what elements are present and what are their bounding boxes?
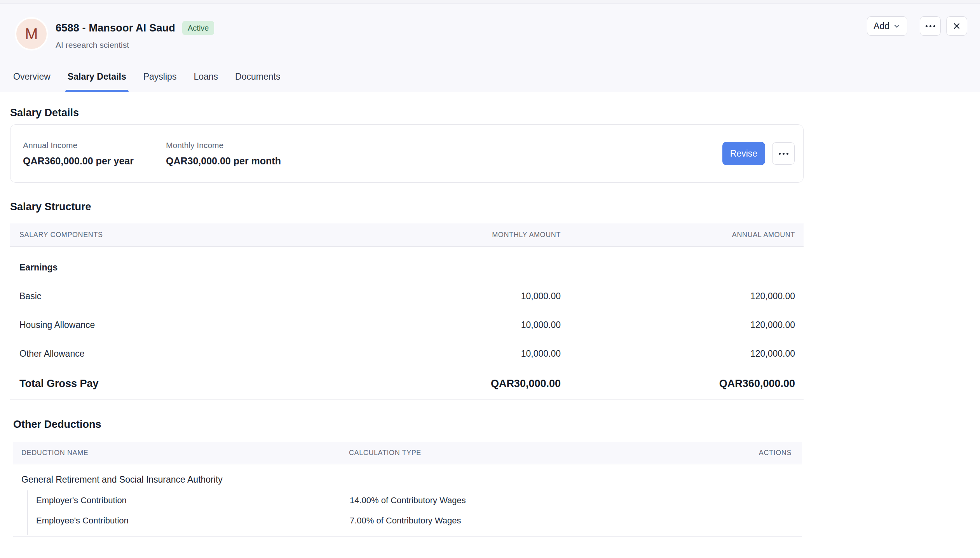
close-button[interactable] (946, 16, 967, 36)
income-more-button[interactable] (772, 142, 795, 165)
annual-income: Annual Income QAR360,000.00 per year (23, 140, 166, 167)
salary-structure-heading: Salary Structure (10, 201, 980, 213)
deduction-calculation: 14.00% of Contributory Wages (350, 495, 802, 506)
revise-button[interactable]: Revise (722, 142, 765, 165)
salary-structure-header-row: Salary Components Monthly Amount Annual … (10, 223, 804, 247)
total-annual: QAR360,000.00 (561, 378, 795, 390)
deduction-calculation: 7.00% of Contributory Wages (350, 515, 802, 526)
component-monthly: 10,000.00 (328, 349, 561, 359)
table-row: Other Allowance 10,000.00 120,000.00 (10, 339, 804, 368)
total-label: Total Gross Pay (19, 378, 328, 390)
total-monthly: QAR30,000.00 (328, 378, 561, 390)
page-title: 6588 - Mansoor Al Saud (56, 21, 175, 35)
component-name: Basic (19, 291, 328, 302)
salary-details-heading: Salary Details (10, 106, 980, 119)
chevron-down-icon (893, 22, 901, 30)
total-gross-pay-row: Total Gross Pay QAR30,000.00 QAR360,000.… (10, 368, 804, 400)
column-annual-amount: Annual Amount (561, 231, 795, 239)
add-button-label: Add (874, 21, 889, 31)
table-row: Employee's Contribution 7.00% of Contrib… (28, 511, 802, 531)
more-options-button[interactable] (920, 16, 941, 36)
ellipsis-icon (926, 25, 935, 27)
avatar-initial: M (25, 25, 38, 43)
column-salary-components: Salary Components (19, 231, 328, 239)
table-bottom-divider (13, 536, 802, 537)
monthly-income-value: QAR30,000.00 per month (166, 155, 281, 167)
ellipsis-icon (779, 153, 788, 155)
add-button[interactable]: Add (867, 16, 907, 36)
earnings-group-row: Earnings (10, 253, 804, 282)
component-annual: 120,000.00 (561, 349, 795, 359)
component-name: Other Allowance (19, 349, 328, 359)
tab-salary-details[interactable]: Salary Details (68, 71, 126, 92)
component-monthly: 10,000.00 (328, 291, 561, 302)
deduction-sub-rows: Employer's Contribution 14.00% of Contri… (27, 490, 802, 535)
deduction-name: Employee's Contribution (36, 515, 350, 526)
close-icon (952, 21, 961, 31)
other-deductions-table: Deduction Name Calculation Type Actions … (13, 442, 802, 537)
panel-header: M 6588 - Mansoor Al Saud Active AI resea… (0, 4, 980, 92)
column-deduction-name: Deduction Name (21, 449, 349, 457)
tab-overview[interactable]: Overview (13, 71, 51, 92)
tab-documents[interactable]: Documents (235, 71, 280, 92)
employee-salary-panel: M 6588 - Mansoor Al Saud Active AI resea… (0, 0, 980, 558)
column-monthly-amount: Monthly Amount (328, 231, 561, 239)
tab-loans[interactable]: Loans (194, 71, 218, 92)
component-annual: 120,000.00 (561, 291, 795, 302)
employee-identity: 6588 - Mansoor Al Saud Active AI researc… (56, 21, 214, 50)
component-monthly: 10,000.00 (328, 320, 561, 330)
monthly-income-label: Monthly Income (166, 140, 281, 150)
income-card-actions: Revise (722, 142, 795, 165)
job-title: AI research scientist (56, 40, 214, 50)
main-content: Salary Details Annual Income QAR360,000.… (0, 106, 980, 537)
annual-income-value: QAR360,000.00 per year (23, 155, 166, 167)
column-calculation-type: Calculation Type (349, 449, 714, 457)
tab-bar: Overview Salary Details Payslips Loans D… (0, 71, 980, 92)
deduction-group-name: General Retirement and Social Insurance … (13, 464, 802, 490)
status-badge: Active (182, 21, 214, 35)
other-deductions-heading: Other Deductions (13, 418, 980, 431)
earnings-group-label: Earnings (19, 262, 328, 273)
annual-income-label: Annual Income (23, 140, 166, 150)
deduction-name: Employer's Contribution (36, 495, 350, 506)
deductions-header-row: Deduction Name Calculation Type Actions (13, 442, 802, 464)
column-actions: Actions (714, 449, 792, 457)
component-name: Housing Allowance (19, 320, 328, 330)
salary-structure-table: Salary Components Monthly Amount Annual … (10, 223, 804, 400)
tab-payslips[interactable]: Payslips (143, 71, 177, 92)
table-row: Housing Allowance 10,000.00 120,000.00 (10, 310, 804, 339)
table-row: Basic 10,000.00 120,000.00 (10, 282, 804, 310)
table-row: Employer's Contribution 14.00% of Contri… (28, 490, 802, 511)
income-summary-card: Annual Income QAR360,000.00 per year Mon… (10, 124, 804, 183)
top-strip (0, 0, 980, 4)
component-annual: 120,000.00 (561, 320, 795, 330)
avatar: M (15, 17, 48, 51)
monthly-income: Monthly Income QAR30,000.00 per month (166, 140, 281, 167)
header-actions: Add (867, 16, 967, 36)
